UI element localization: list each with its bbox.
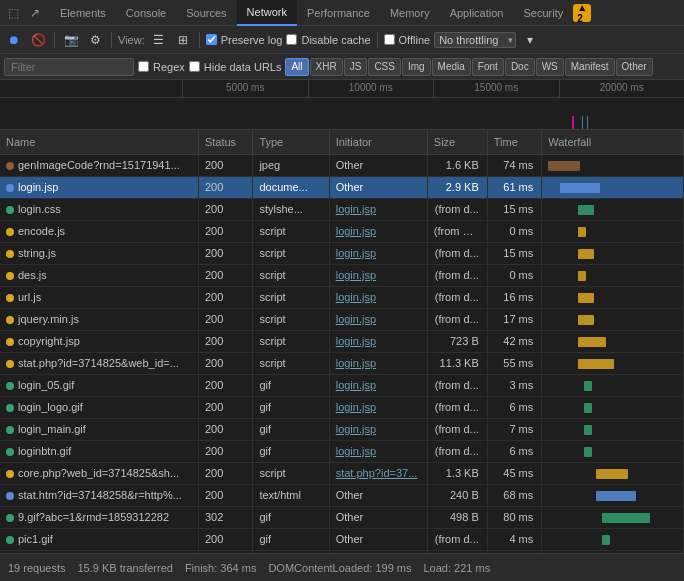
clear-button[interactable]: 🚫: [28, 30, 48, 50]
table-row[interactable]: loginbtn.gif 200 gif login.jsp (from d..…: [0, 440, 684, 462]
filter-type-all[interactable]: All: [285, 58, 308, 76]
table-row[interactable]: stat.htm?id=37148258&r=http%... 200 text…: [0, 484, 684, 506]
tab-performance[interactable]: Performance: [297, 0, 380, 26]
cell-waterfall: [542, 396, 684, 418]
table-row[interactable]: copyright.jsp 200 script login.jsp 723 B…: [0, 330, 684, 352]
hide-data-urls-checkbox[interactable]: [189, 61, 200, 72]
table-row[interactable]: url.js 200 script login.jsp (from d... 1…: [0, 286, 684, 308]
cell-initiator[interactable]: login.jsp: [329, 286, 427, 308]
cell-initiator[interactable]: login.jsp: [329, 418, 427, 440]
disable-cache-checkbox[interactable]: [286, 34, 297, 45]
filter-type-ws[interactable]: WS: [536, 58, 564, 76]
throttling-select[interactable]: No throttling: [434, 32, 516, 48]
th-type[interactable]: Type: [253, 130, 329, 154]
filter-type-font[interactable]: Font: [472, 58, 504, 76]
filter-type-other[interactable]: Other: [616, 58, 653, 76]
cell-size: (from d...: [427, 308, 487, 330]
th-time[interactable]: Time: [487, 130, 542, 154]
camera-button[interactable]: 📷: [61, 30, 81, 50]
cell-time: 6 ms: [487, 396, 542, 418]
cell-initiator[interactable]: login.jsp: [329, 242, 427, 264]
throttling-chevron[interactable]: ▾: [520, 30, 540, 50]
cell-size: 1.6 KB: [427, 154, 487, 176]
cell-initiator[interactable]: login.jsp: [329, 352, 427, 374]
network-table-container: Name Status Type Initiator Size Time Wat…: [0, 130, 684, 553]
table-row[interactable]: jquery.min.js 200 script login.jsp (from…: [0, 308, 684, 330]
table-row[interactable]: login_logo.gif 200 gif login.jsp (from d…: [0, 396, 684, 418]
record-button[interactable]: ⏺: [4, 30, 24, 50]
tab-security[interactable]: Security: [513, 0, 573, 26]
cell-initiator[interactable]: login.jsp: [329, 198, 427, 220]
th-waterfall[interactable]: Waterfall: [542, 130, 684, 154]
tab-elements[interactable]: Elements: [50, 0, 116, 26]
th-size[interactable]: Size: [427, 130, 487, 154]
timeline-requests: [0, 98, 684, 130]
cell-initiator[interactable]: login.jsp: [329, 264, 427, 286]
cell-waterfall: [542, 506, 684, 528]
view-label: View:: [118, 34, 145, 46]
th-name[interactable]: Name: [0, 130, 198, 154]
cell-initiator[interactable]: login.jsp: [329, 374, 427, 396]
cell-name: core.php?web_id=3714825&sh...: [0, 462, 198, 484]
cell-type: script: [253, 242, 329, 264]
grid-view-button[interactable]: ⊞: [173, 30, 193, 50]
regex-checkbox[interactable]: [138, 61, 149, 72]
table-row[interactable]: login_05.gif 200 gif login.jsp (from d..…: [0, 374, 684, 396]
filter-type-js[interactable]: JS: [344, 58, 368, 76]
filter-type-media[interactable]: Media: [432, 58, 471, 76]
tab-sources[interactable]: Sources: [176, 0, 236, 26]
cell-name: login.jsp: [0, 176, 198, 198]
cell-initiator[interactable]: login.jsp: [329, 220, 427, 242]
filter-type-doc[interactable]: Doc: [505, 58, 535, 76]
cell-initiator[interactable]: login.jsp: [329, 440, 427, 462]
table-row[interactable]: login.css 200 stylshe... login.jsp (from…: [0, 198, 684, 220]
cell-status: 200: [198, 308, 253, 330]
th-initiator[interactable]: Initiator: [329, 130, 427, 154]
wf-marker-blue2: [587, 116, 588, 130]
list-view-button[interactable]: ☰: [149, 30, 169, 50]
preserve-log-checkbox[interactable]: [206, 34, 217, 45]
table-row[interactable]: core.php?web_id=3714825&sh... 200 script…: [0, 462, 684, 484]
filter-type-img[interactable]: Img: [402, 58, 431, 76]
warning-badge[interactable]: ▲ 2: [573, 4, 591, 22]
table-row[interactable]: 9.gif?abc=1&rmd=1859312282 302 gif Other…: [0, 506, 684, 528]
table-row[interactable]: des.js 200 script login.jsp (from d... 0…: [0, 264, 684, 286]
cell-size: (from d...: [427, 418, 487, 440]
table-row[interactable]: login_main.gif 200 gif login.jsp (from d…: [0, 418, 684, 440]
cell-initiator[interactable]: stat.php?id=37...: [329, 462, 427, 484]
tab-network[interactable]: Network: [237, 0, 297, 26]
filter-input[interactable]: [4, 58, 134, 76]
cell-status: 200: [198, 242, 253, 264]
table-row[interactable]: login.jsp 200 docume... Other 2.9 KB 61 …: [0, 176, 684, 198]
cell-status: 200: [198, 198, 253, 220]
devtools-icon-2[interactable]: ↗: [26, 4, 44, 22]
tab-application[interactable]: Application: [440, 0, 514, 26]
filter-type-manifest[interactable]: Manifest: [565, 58, 615, 76]
filter-button[interactable]: ⚙: [85, 30, 105, 50]
filter-type-xhr[interactable]: XHR: [310, 58, 343, 76]
offline-checkbox[interactable]: [384, 34, 395, 45]
cell-initiator[interactable]: login.jsp: [329, 396, 427, 418]
cell-size: 2.9 KB: [427, 176, 487, 198]
cell-type: script: [253, 286, 329, 308]
cell-size: 11.3 KB: [427, 352, 487, 374]
devtools-icon-1[interactable]: ⬚: [4, 4, 22, 22]
cell-type: script: [253, 330, 329, 352]
filter-type-css[interactable]: CSS: [368, 58, 401, 76]
tab-memory[interactable]: Memory: [380, 0, 440, 26]
table-row[interactable]: pic1.gif 200 gif Other (from d... 4 ms: [0, 528, 684, 550]
th-status[interactable]: Status: [198, 130, 253, 154]
cell-waterfall: [542, 484, 684, 506]
table-row[interactable]: encode.js 200 script login.jsp (from m..…: [0, 220, 684, 242]
table-row[interactable]: stat.php?id=3714825&web_id=... 200 scrip…: [0, 352, 684, 374]
table-row[interactable]: string.js 200 script login.jsp (from d..…: [0, 242, 684, 264]
timeline-area: 5000 ms 10000 ms 15000 ms 20000 ms: [0, 80, 684, 130]
separator-4: [377, 32, 378, 48]
tab-console[interactable]: Console: [116, 0, 176, 26]
cell-time: 55 ms: [487, 352, 542, 374]
filter-bar: Regex Hide data URLs All XHR JS CSS Img …: [0, 54, 684, 80]
cell-initiator[interactable]: login.jsp: [329, 330, 427, 352]
throttling-select-wrapper: No throttling: [434, 32, 516, 48]
table-row[interactable]: genImageCode?rnd=15171941... 200 jpeg Ot…: [0, 154, 684, 176]
cell-initiator[interactable]: login.jsp: [329, 308, 427, 330]
